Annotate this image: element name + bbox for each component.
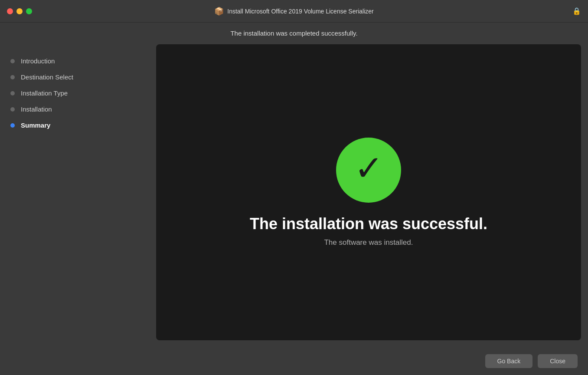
title-bar-content: 📦 Install Microsoft Office 2019 Volume L… <box>214 7 373 16</box>
sidebar-label-installation-type: Installation Type <box>21 89 68 97</box>
traffic-lights <box>7 8 32 14</box>
sidebar-dot-destination-select <box>10 75 15 79</box>
main-content: Introduction Destination Select Installa… <box>0 44 588 347</box>
success-subtext: The software was installed. <box>324 238 413 247</box>
minimize-button[interactable] <box>16 8 23 14</box>
completion-message-bar: The installation was completed successfu… <box>0 23 588 44</box>
sidebar: Introduction Destination Select Installa… <box>0 44 156 347</box>
sidebar-label-installation: Installation <box>21 105 52 113</box>
right-panel: ✓ The installation was successful. The s… <box>156 44 588 347</box>
app-icon: 📦 <box>214 7 224 16</box>
sidebar-label-introduction: Introduction <box>21 57 55 65</box>
sidebar-item-installation-type: Installation Type <box>0 85 156 101</box>
sidebar-item-introduction: Introduction <box>0 53 156 69</box>
sidebar-label-destination-select: Destination Select <box>21 73 73 81</box>
sidebar-item-destination-select: Destination Select <box>0 69 156 85</box>
success-heading: The installation was successful. <box>250 215 487 233</box>
checkmark-icon: ✓ <box>354 151 383 186</box>
sidebar-dot-summary <box>10 123 15 128</box>
title-bar: 📦 Install Microsoft Office 2019 Volume L… <box>0 0 588 23</box>
go-back-button[interactable]: Go Back <box>485 354 533 368</box>
window-title: Install Microsoft Office 2019 Volume Lic… <box>227 8 373 15</box>
sidebar-dot-installation <box>10 107 15 112</box>
sidebar-dot-introduction <box>10 59 15 63</box>
sidebar-label-summary: Summary <box>21 122 50 129</box>
sidebar-item-installation: Installation <box>0 101 156 117</box>
success-circle: ✓ <box>336 138 401 203</box>
close-button[interactable] <box>7 8 13 14</box>
lock-icon: 🔒 <box>572 7 581 15</box>
bottom-bar: Go Back Close <box>0 347 588 375</box>
maximize-button[interactable] <box>26 8 32 14</box>
sidebar-item-summary: Summary <box>0 117 156 133</box>
completion-message-text: The installation was completed successfu… <box>230 30 357 37</box>
sidebar-dot-installation-type <box>10 91 15 95</box>
content-area: ✓ The installation was successful. The s… <box>156 44 581 340</box>
close-button-bottom[interactable]: Close <box>538 354 578 368</box>
